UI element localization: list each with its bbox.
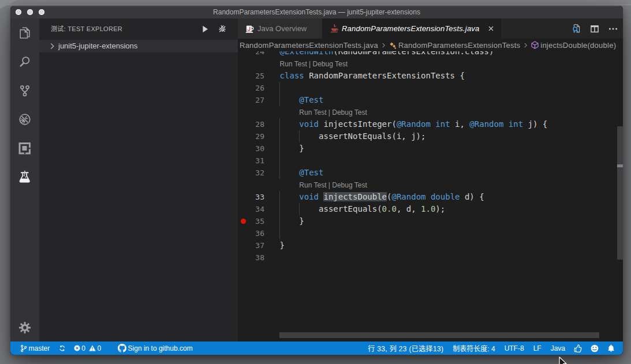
selected-word: injectsDouble (323, 192, 387, 201)
indent-guide (279, 82, 280, 94)
code-line-29[interactable]: 29 assertNotEquals(i, j); (238, 130, 623, 142)
indent-guide (279, 227, 280, 239)
find-in-file-button[interactable] (572, 24, 581, 33)
status-left-group: master (20, 342, 193, 355)
status-java-ready[interactable] (574, 342, 582, 355)
more-actions-button[interactable] (608, 24, 618, 33)
status-notifications[interactable] (607, 342, 615, 355)
breadcrumb-method[interactable]: injectsDouble(double) (531, 41, 616, 50)
code-line-33[interactable]: 33 void injectsDouble(@Random double d) … (238, 191, 623, 203)
split-editor-icon (590, 24, 599, 33)
editor-group: Java Overview RandomParametersExtensionT… (238, 18, 623, 342)
codelens-run-debug-test[interactable]: Run Test | Debug Test (238, 58, 623, 70)
overview-ruler-mark (617, 164, 623, 167)
line-number: 34 (238, 203, 264, 215)
code-line-28[interactable]: 28 void injectsInteger(@Random int i, @R… (238, 118, 623, 130)
ellipsis-icon (608, 27, 618, 31)
code-line-34[interactable]: 34 assertEquals(0.0, d, 1.0); (238, 203, 623, 215)
play-icon (202, 25, 208, 33)
tree-item-label: junit5-jupiter-extensions (58, 40, 137, 52)
github-icon (118, 344, 126, 352)
extensions-icon (18, 141, 32, 155)
line-number: 26 (238, 82, 264, 94)
manage-button[interactable] (10, 316, 39, 339)
breadcrumb-separator-icon (382, 43, 385, 48)
code-line-31[interactable]: 31 (238, 155, 623, 167)
tab-label: Java Overview (257, 24, 307, 33)
code-line-24[interactable]: 24@ExtendWith(RandomParametersExtension.… (238, 51, 623, 58)
code-line-35[interactable]: 35 } (238, 215, 623, 227)
status-sync-button[interactable] (59, 342, 66, 355)
symbol-method-icon (531, 41, 539, 49)
activity-item-search[interactable] (10, 47, 39, 76)
code-lines: 24@ExtendWith(RandomParametersExtension.… (238, 51, 623, 264)
status-eol[interactable]: LF (533, 342, 542, 355)
code-line-27[interactable]: 27 @Test (238, 94, 623, 106)
code-editor[interactable]: 24@ExtendWith(RandomParametersExtension.… (238, 51, 623, 342)
git-branch-icon (20, 344, 27, 352)
code-line-32[interactable]: 32 @Test (238, 167, 623, 179)
activity-item-test-explorer[interactable] (10, 163, 39, 192)
debug-all-tests-button[interactable] (218, 24, 227, 33)
codelens-label[interactable]: Run Test | Debug Test (299, 107, 367, 119)
line-number: 36 (238, 227, 264, 239)
code-line-text: void injectsDouble(@Random double d) { (280, 191, 484, 203)
tree-item-junit5-jupiter-extensions[interactable]: junit5-jupiter-extensions (39, 40, 238, 52)
code-line-text: void injectsInteger(@Random int i, @Rand… (280, 118, 548, 130)
bug-slash-icon (218, 25, 226, 33)
code-line-37[interactable]: 37} (238, 239, 623, 252)
status-feedback[interactable] (591, 342, 599, 355)
breadcrumb-class[interactable]: RandomParametersExtensionTests (389, 41, 520, 50)
code-line-text: @ExtendWith(RandomParametersExtension.cl… (280, 51, 494, 58)
breadcrumb-separator-icon (524, 43, 527, 48)
code-line-text: assertNotEquals(i, j); (280, 130, 426, 142)
activity-item-explorer[interactable] (10, 18, 39, 47)
file-search-icon (572, 24, 581, 33)
codelens-run-debug-test[interactable]: Run Test | Debug Test (238, 179, 623, 191)
status-language-mode[interactable]: Java (551, 342, 565, 355)
code-line-text: @Test (280, 94, 324, 106)
code-line-26[interactable]: 26 (238, 82, 623, 94)
activity-item-source-control[interactable] (10, 76, 39, 105)
status-problems[interactable]: 0 0 (74, 342, 101, 355)
vertical-scrollbar[interactable] (617, 126, 623, 260)
line-number: 32 (238, 167, 264, 179)
code-line-text: @Test (280, 167, 324, 179)
status-github-signin[interactable]: Sign in to github.com (118, 342, 193, 355)
line-number: 25 (238, 70, 264, 82)
codelens-run-debug-test[interactable]: Run Test | Debug Test (238, 106, 623, 118)
tab-label: RandomParametersExtensionTests.java (342, 24, 479, 33)
editor-actions (572, 18, 618, 39)
vscode-window: RandomParametersExtensionTests.java — ju… (10, 6, 623, 355)
sidebar-title: 测试: TEST EXPLORER (51, 18, 122, 39)
smiley-icon (591, 344, 599, 352)
horizontal-scrollbar[interactable] (279, 332, 599, 338)
status-cursor-position[interactable]: 行 33, 列 23 (已选择13) (368, 342, 443, 355)
line-number: 29 (238, 130, 264, 142)
status-indentation[interactable]: 制表符长度: 4 (453, 342, 495, 355)
code-line-30[interactable]: 30 } (238, 142, 623, 155)
bell-icon (607, 344, 615, 352)
status-git-branch[interactable]: master (20, 342, 50, 355)
code-line-text: } (280, 215, 304, 227)
split-editor-button[interactable] (590, 24, 599, 33)
run-all-tests-button[interactable] (200, 24, 210, 33)
codelens-label[interactable]: Run Test | Debug Test (299, 179, 367, 192)
java-mug-icon (245, 24, 254, 33)
breadcrumb-file[interactable]: RandomParametersExtensionTests.java (240, 41, 378, 50)
status-encoding[interactable]: UTF-8 (505, 342, 524, 355)
codelens-label[interactable]: Run Test | Debug Test (280, 58, 348, 70)
debug-no-bug-icon (18, 112, 32, 126)
activity-item-extensions[interactable] (10, 134, 39, 163)
code-line-36[interactable]: 36 (238, 227, 623, 239)
gear-icon (18, 321, 32, 335)
activity-item-debug[interactable] (10, 105, 39, 134)
tab-randomparametersextensiontests[interactable]: RandomParametersExtensionTests.java (322, 18, 501, 39)
title-bar: RandomParametersExtensionTests.java — ju… (10, 6, 623, 18)
sidebar-test-explorer: 测试: TEST EXPLORER (39, 18, 238, 342)
code-line-38[interactable]: 38 (238, 252, 623, 264)
code-line-25[interactable]: 25class RandomParametersExtensionTests { (238, 70, 623, 82)
search-icon (18, 55, 32, 69)
close-tab-button[interactable] (486, 24, 495, 33)
tab-java-overview[interactable]: Java Overview (238, 18, 322, 39)
